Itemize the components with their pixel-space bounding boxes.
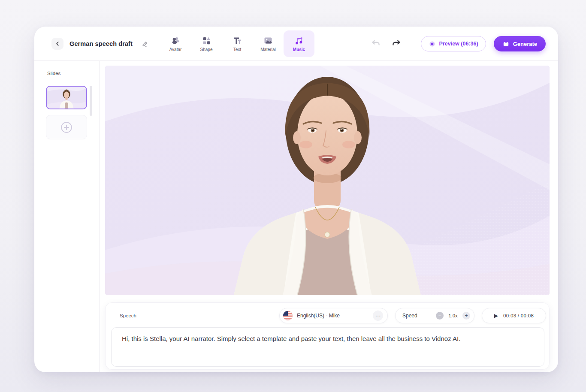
generate-video-icon: [502, 40, 510, 48]
toolbar-item-material[interactable]: Material: [253, 30, 284, 57]
edit-title-button[interactable]: [141, 40, 148, 48]
speed-value: 1.0x: [447, 313, 459, 318]
add-slide-button[interactable]: [46, 115, 87, 139]
plus-circle-icon: [59, 120, 74, 135]
voice-name: English(US) - Mike: [297, 313, 369, 319]
redo-button[interactable]: [389, 36, 404, 51]
audio-preview-control[interactable]: ▶ 00:03 / 00:08: [482, 308, 546, 323]
video-canvas[interactable]: [105, 66, 550, 295]
header-right: Preview (06:36) Generate: [369, 27, 546, 61]
toolbar-item-avatar[interactable]: Avatar: [160, 30, 191, 57]
speed-increase-button[interactable]: +: [462, 312, 470, 320]
voice-more-button[interactable]: ⋯: [373, 311, 383, 321]
toolbar-item-label: Avatar: [169, 47, 182, 52]
slides-heading: Slides: [47, 71, 60, 76]
chevron-left-icon: [54, 40, 61, 47]
slide-thumbnail-selected[interactable]: [46, 86, 87, 109]
speed-label: Speed: [402, 313, 436, 319]
avatar-icon: [170, 36, 181, 46]
plus-icon: +: [465, 313, 468, 318]
preview-button[interactable]: Preview (06:36): [421, 36, 486, 51]
undo-button[interactable]: [369, 36, 383, 51]
back-button[interactable]: [51, 38, 63, 50]
shape-icon: [201, 36, 211, 46]
undo-icon: [370, 38, 381, 49]
slide-thumbnail-preview: [47, 87, 86, 109]
toolbar-item-label: Material: [260, 47, 276, 52]
avatar-stella-scene: [105, 66, 550, 295]
material-icon: [263, 36, 273, 46]
redo-icon: [391, 38, 402, 49]
ellipsis-icon: ⋯: [375, 313, 381, 319]
us-flag-icon: [283, 311, 293, 320]
header-left: German speech draft: [51, 27, 148, 61]
page: German speech draft Avatar: [0, 0, 586, 392]
speed-control: Speed − 1.0x +: [395, 308, 474, 323]
minus-icon: −: [438, 313, 441, 318]
text-icon: [232, 36, 242, 46]
editor-toolbar: Avatar Shape Text: [160, 27, 314, 61]
playback-time: 00:03 / 00:08: [503, 313, 534, 318]
toolbar-item-label: Text: [233, 47, 241, 52]
slides-sidebar: Slides: [34, 61, 100, 372]
project-title: German speech draft: [69, 40, 133, 47]
voice-selector[interactable]: English(US) - Mike ⋯: [279, 308, 388, 323]
toolbar-item-label: Shape: [200, 47, 213, 52]
speech-text-input[interactable]: Hi, this is Stella, your AI narrator. Si…: [111, 327, 544, 367]
speech-panel: Speech English(US) - Mike ⋯: [105, 302, 550, 370]
speech-heading: Speech: [120, 313, 136, 318]
slides-scrollbar[interactable]: [90, 86, 92, 116]
preview-button-label: Preview (06:36): [439, 41, 478, 47]
speed-decrease-button[interactable]: −: [436, 312, 444, 320]
header-bar: German speech draft Avatar: [34, 27, 558, 61]
preview-record-icon: [429, 40, 436, 48]
editor-window: German speech draft Avatar: [34, 27, 558, 372]
toolbar-item-label: Music: [293, 47, 305, 52]
music-icon: [294, 36, 304, 46]
pencil-icon: [141, 40, 148, 48]
generate-button-label: Generate: [513, 41, 537, 47]
toolbar-item-shape[interactable]: Shape: [191, 30, 222, 57]
toolbar-item-music[interactable]: Music: [284, 30, 314, 57]
generate-button[interactable]: Generate: [494, 36, 546, 51]
toolbar-item-text[interactable]: Text: [222, 30, 253, 57]
play-icon: ▶: [494, 313, 498, 319]
